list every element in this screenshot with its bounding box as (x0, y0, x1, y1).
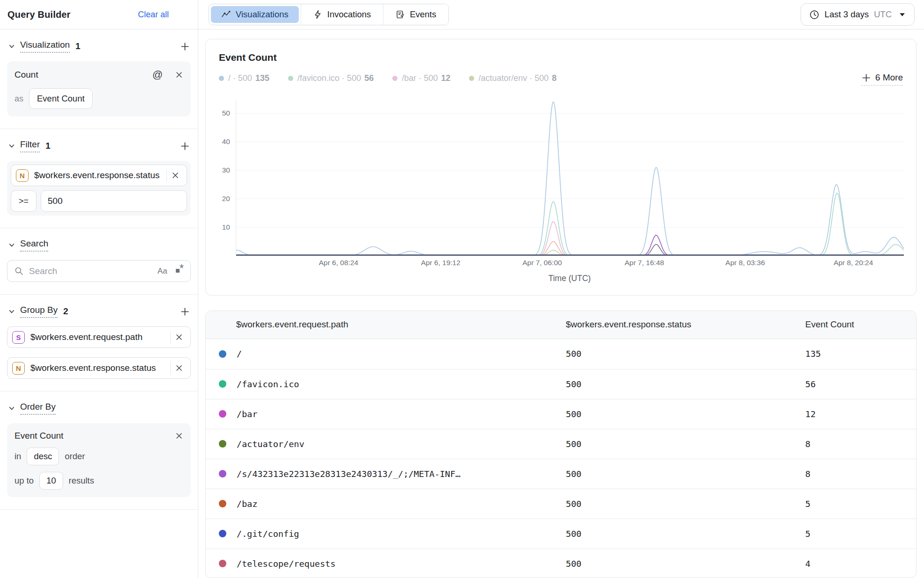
group-by-field[interactable]: S$workers.event.request.path (7, 326, 191, 348)
x-axis-tick: Apr 7, 16:48 (612, 259, 677, 267)
cell-event-count: 56 (805, 379, 916, 389)
sidebar-header: Query Builder Clear all (0, 0, 198, 29)
chart-x-axis: Apr 6, 08:24Apr 6, 19:12Apr 7, 06:00Apr … (236, 259, 903, 269)
legend-count: 8 (552, 73, 556, 83)
chevron-down-icon[interactable] (8, 308, 15, 315)
table-header-row: $workers.event.request.path $workers.eve… (206, 311, 916, 339)
chevron-down-icon[interactable] (8, 241, 15, 249)
visualization-alias-button[interactable]: Event Count (29, 88, 93, 109)
group-by-section-title: Group By (20, 305, 58, 318)
filter-card: N $workers.event.response.status >= 500 (7, 161, 191, 216)
table-row: /actuator/env5008 (206, 429, 916, 459)
visualization-count-badge: 1 (75, 41, 80, 51)
cell-response-status: 500 (566, 559, 805, 569)
search-icon (14, 266, 24, 276)
cell-request-path: /.git/config (237, 529, 299, 539)
filter-value-input[interactable]: 500 (41, 190, 187, 212)
table-row: /favicon.ico50056 (206, 369, 916, 399)
group-by-count-badge: 2 (63, 306, 68, 317)
table-body: /500135/favicon.ico50056/bar50012/actuat… (206, 339, 916, 578)
chevron-down-icon[interactable] (8, 142, 15, 150)
column-header-status: $workers.event.response.status (566, 319, 805, 330)
cell-response-status: 500 (566, 439, 805, 449)
chart-canvas[interactable] (236, 100, 903, 256)
series-color-dot (288, 76, 293, 81)
filter-operator-select[interactable]: >= (11, 190, 36, 212)
legend-count: 135 (255, 73, 269, 83)
clear-all-link[interactable]: Clear all (138, 10, 169, 20)
chart-card: Event Count / · 500135/favicon.ico · 500… (205, 39, 917, 296)
filter-field-name: $workers.event.response.status (34, 170, 159, 181)
order-by-field-label: Event Count (14, 431, 64, 441)
timezone-label: UTC (874, 9, 892, 20)
tab-events-label: Events (410, 9, 436, 20)
cell-response-status: 500 (566, 349, 805, 359)
time-range-selector[interactable]: Last 3 days UTC (801, 3, 915, 26)
filter-section: Filter 1 N $workers.event.response.statu… (0, 129, 198, 228)
chevron-down-icon[interactable] (8, 405, 15, 412)
column-header-count: Event Count (805, 319, 916, 330)
legend-more-button[interactable]: 6 More (861, 72, 903, 86)
add-group-by-button[interactable] (180, 307, 190, 317)
table-row: /telescope/requests5004 (206, 549, 916, 578)
table-row: /baz5005 (206, 489, 916, 519)
remove-group-by-button[interactable] (171, 364, 188, 372)
remove-filter-button[interactable] (167, 171, 184, 180)
tab-visualizations[interactable]: Visualizations (211, 6, 299, 23)
x-axis-tick: Apr 6, 19:12 (408, 259, 473, 267)
legend-item[interactable]: /actuator/env · 5008 (469, 73, 556, 83)
search-input[interactable] (29, 266, 158, 276)
legend-item[interactable]: /bar · 50012 (392, 73, 450, 83)
x-axis-tick: Apr 8, 20:24 (821, 259, 886, 267)
legend-label: /actuator/env · 500 (478, 73, 549, 83)
series-color-dot (219, 560, 226, 567)
app-root: Query Builder Clear all Visualization 1 … (0, 0, 924, 578)
group-by-field[interactable]: N$workers.event.response.status (7, 357, 191, 379)
chevron-down-icon[interactable] (8, 43, 15, 50)
add-filter-button[interactable] (180, 141, 190, 151)
filter-section-header: Filter 1 (7, 139, 191, 161)
up-to-label: up to (14, 476, 34, 486)
legend-count: 12 (441, 73, 450, 83)
cell-request-path: /bar (237, 409, 258, 419)
tab-events[interactable]: Events (383, 4, 448, 25)
match-case-toggle[interactable]: Aa (158, 267, 167, 276)
remove-group-by-button[interactable] (171, 333, 188, 341)
tab-invocations[interactable]: Invocations (301, 4, 383, 25)
result-limit-input[interactable]: 10 (39, 472, 63, 490)
legend-count: 56 (364, 73, 374, 83)
filter-field[interactable]: N $workers.event.response.status (11, 165, 187, 186)
order-direction-select[interactable]: desc (27, 448, 59, 465)
string-type-icon: S (12, 331, 25, 344)
legend-item[interactable]: / · 500135 (219, 73, 269, 83)
visualization-section-title: Visualization (20, 40, 70, 53)
cell-event-count: 8 (805, 469, 916, 479)
group-by-field-name: $workers.event.response.status (30, 363, 156, 373)
x-axis-tick: Apr 8, 03:36 (713, 259, 778, 267)
chart-x-axis-title: Time (UTC) (236, 274, 903, 283)
add-visualization-button[interactable] (180, 42, 190, 51)
time-range-label: Last 3 days (824, 9, 869, 20)
series-color-dot (469, 76, 474, 81)
series-color-dot (219, 470, 226, 477)
cell-response-status: 500 (566, 409, 805, 419)
cell-event-count: 12 (805, 409, 916, 419)
table-row: /s/432313e22313e28313e2430313/_/;/META-I… (206, 459, 916, 489)
cell-request-path: /baz (237, 499, 258, 509)
search-box: Aa * (7, 260, 191, 282)
legend-label: /bar · 500 (402, 73, 438, 83)
y-axis-tick: 40 (222, 137, 230, 146)
cell-request-path: /s/432313e22313e28313e2430313/_/;/META-I… (237, 469, 461, 479)
cell-event-count: 5 (805, 499, 916, 509)
cell-response-status: 500 (566, 529, 805, 539)
lightning-bolt-icon (313, 10, 322, 19)
regex-toggle-icon[interactable]: * (176, 269, 184, 274)
remove-order-by-button[interactable] (175, 432, 183, 440)
at-sign-icon[interactable]: @ (152, 69, 163, 81)
tab-invocations-label: Invocations (327, 9, 371, 20)
remove-visualization-button[interactable] (175, 71, 183, 79)
group-by-field-name: $workers.event.request.path (30, 332, 143, 342)
legend-label: / · 500 (228, 73, 252, 83)
tab-visualizations-label: Visualizations (236, 9, 289, 20)
legend-item[interactable]: /favicon.ico · 50056 (288, 73, 374, 83)
